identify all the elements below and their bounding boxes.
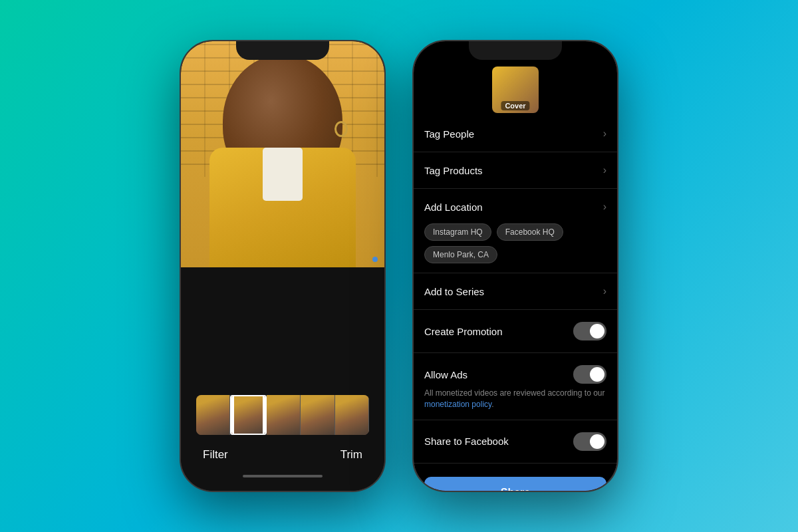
toggle-knob: [590, 324, 604, 338]
menu-item-label-add-to-series: Add to Series: [424, 286, 484, 297]
filmstrip-frame: [335, 395, 369, 435]
earring: [334, 121, 348, 137]
trim-button[interactable]: Trim: [340, 448, 362, 462]
video-preview: [181, 41, 384, 267]
location-tag-menlo-park[interactable]: Menlo Park, CA: [424, 246, 497, 263]
share-button[interactable]: Share: [424, 477, 606, 491]
allow-ads-section: Allow Ads All monetized videos are revie…: [414, 353, 617, 420]
allow-ads-top[interactable]: Allow Ads: [414, 353, 617, 388]
right-phone: Cover Tag People › Tag Products › Add Lo…: [412, 40, 618, 492]
share-to-facebook-toggle[interactable]: [573, 432, 606, 451]
menu-item-share-to-facebook[interactable]: Share to Facebook: [414, 420, 617, 464]
monetization-policy-link[interactable]: monetization policy: [424, 400, 491, 409]
white-collar: [263, 148, 303, 201]
menu-item-label-tag-products: Tag Products: [424, 165, 483, 176]
trim-handle-left[interactable]: [231, 396, 234, 434]
filter-button[interactable]: Filter: [203, 448, 228, 462]
filmstrip-frame: [267, 395, 301, 435]
allow-ads-toggle[interactable]: [573, 365, 606, 384]
chevron-icon: ›: [603, 285, 606, 297]
create-promotion-toggle[interactable]: [573, 322, 606, 340]
menu-item-label-share-to-facebook: Share to Facebook: [424, 436, 509, 447]
filmstrip-frame: [196, 395, 230, 435]
menu-item-create-promotion[interactable]: Create Promotion: [414, 310, 617, 353]
chevron-icon: ›: [603, 201, 606, 213]
video-controls: Filter Trim: [181, 267, 384, 491]
location-tag-instagram-hq[interactable]: Instagram HQ: [424, 223, 491, 241]
bottom-buttons: Filter Trim: [203, 448, 362, 462]
filmstrip-frame: [301, 395, 334, 435]
yellow-jacket: [209, 148, 356, 267]
menu-item-add-location[interactable]: Add Location ›: [414, 189, 617, 218]
trim-handle-right[interactable]: [263, 396, 265, 434]
menu-item-tag-products[interactable]: Tag Products ›: [414, 152, 617, 189]
video-background: [181, 41, 384, 267]
cover-thumbnail[interactable]: Cover: [492, 66, 539, 113]
allow-ads-description: All monetized videos are reviewed accord…: [414, 388, 617, 420]
cover-label: Cover: [501, 101, 529, 110]
menu-item-label-add-location: Add Location: [424, 201, 483, 213]
left-phone: Filter Trim: [180, 40, 386, 492]
menu-list: Tag People › Tag Products › Add Location…: [414, 116, 617, 464]
menu-item-add-to-series[interactable]: Add to Series ›: [414, 273, 617, 310]
menu-item-label-create-promotion: Create Promotion: [424, 326, 503, 337]
toggle-knob: [590, 434, 604, 449]
chevron-icon: ›: [603, 128, 606, 140]
location-tag-facebook-hq[interactable]: Facebook HQ: [497, 223, 563, 241]
chevron-icon: ›: [603, 164, 606, 176]
share-section: Share Save as Draft: [414, 464, 617, 491]
home-indicator: [243, 475, 323, 477]
menu-item-label-allow-ads: Allow Ads: [424, 369, 467, 380]
position-indicator: [372, 257, 378, 262]
location-tags: Instagram HQ Facebook HQ Menlo Park, CA: [414, 218, 617, 273]
menu-item-label-tag-people: Tag People: [424, 128, 474, 140]
filmstrip-active-frame: [230, 395, 266, 435]
menu-item-tag-people[interactable]: Tag People ›: [414, 116, 617, 152]
cover-section: Cover: [414, 61, 617, 116]
toggle-knob: [590, 367, 604, 382]
filmstrip[interactable]: [196, 395, 369, 435]
